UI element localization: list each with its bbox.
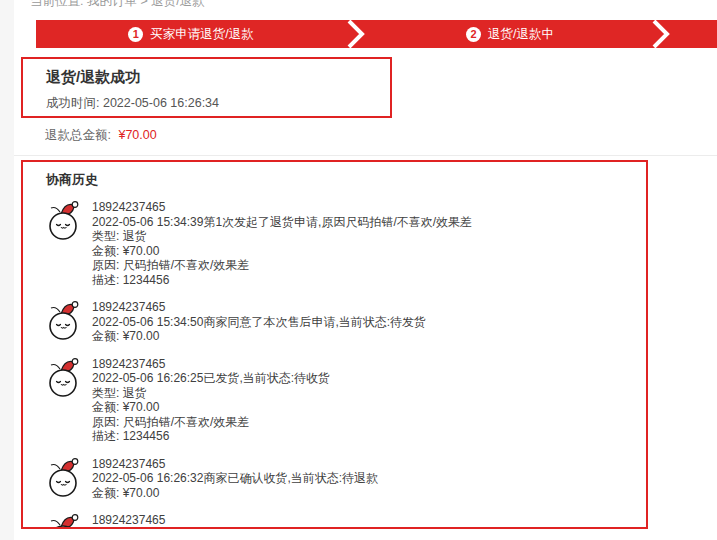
- history-detail-line: 金额: ¥70.00: [92, 486, 378, 501]
- history-item-user: 18924237465: [92, 357, 330, 372]
- history-item-message: 2022-05-06 16:26:32商家已确认收货,当前状态:待退款: [92, 471, 378, 486]
- history-item-text: 18924237465 2022-05-06 16:26:34商家已退款 金额:…: [92, 513, 263, 529]
- history-detail-line: 原因: 尺码拍错/不喜欢/效果差: [92, 415, 330, 430]
- history-detail-line: 原因: 尺码拍错/不喜欢/效果差: [92, 258, 472, 273]
- history-item-user: 18924237465: [92, 300, 426, 315]
- history-item-text: 18924237465 2022-05-06 16:26:25已发货,当前状态:…: [92, 357, 330, 444]
- negotiation-history-title: 协商历史: [46, 171, 623, 189]
- history-detail-line: 金额: ¥70.00: [92, 244, 472, 259]
- history-detail-line: 类型: 退货: [92, 229, 472, 244]
- history-item-user: 18924237465: [92, 457, 378, 472]
- refund-status-title: 退货/退款成功: [46, 68, 367, 87]
- history-list: 18924237465 2022-05-06 15:34:39第1次发起了退货申…: [46, 200, 623, 529]
- history-item: 18924237465 2022-05-06 16:26:32商家已确认收货,当…: [46, 457, 623, 501]
- history-item-text: 18924237465 2022-05-06 15:34:39第1次发起了退货申…: [92, 200, 472, 287]
- step-1-label: 买家申请退货/退款: [150, 26, 253, 43]
- history-item-details: 金额: ¥70.00: [92, 486, 378, 501]
- history-item-user: 18924237465: [92, 513, 263, 528]
- history-item-text: 18924237465 2022-05-06 15:34:50商家同意了本次售后…: [92, 300, 426, 344]
- history-item-details: 类型: 退货金额: ¥70.00原因: 尺码拍错/不喜欢/效果差描述: 1234…: [92, 386, 330, 444]
- santa-hat-face-icon: [46, 513, 82, 529]
- history-item: 18924237465 2022-05-06 15:34:50商家同意了本次售后…: [46, 300, 623, 344]
- history-item-details: 类型: 退货金额: ¥70.00原因: 尺码拍错/不喜欢/效果差描述: 1234…: [92, 229, 472, 287]
- history-detail-line: 描述: 1234456: [92, 429, 330, 444]
- history-item-text: 18924237465 2022-05-06 16:26:32商家已确认收货,当…: [92, 457, 378, 501]
- stepper-step-1: 1 买家申请退货/退款: [36, 20, 346, 48]
- negotiation-history-box: 协商历史 18924237465 2022-05-06 15:34:39第1次发…: [21, 160, 648, 529]
- refund-total-amount: ¥70.00: [118, 128, 156, 142]
- history-detail-line: 金额: ¥70.00: [92, 329, 426, 344]
- step-1-number-badge: 1: [128, 27, 143, 42]
- santa-hat-face-icon: [46, 357, 82, 399]
- history-detail-line: 描述: 1234456: [92, 273, 472, 288]
- santa-hat-face-icon: [46, 457, 82, 499]
- history-item-message: 2022-05-06 15:34:50商家同意了本次售后申请,当前状态:待发货: [92, 315, 426, 330]
- santa-hat-face-icon: [46, 200, 82, 242]
- breadcrumb[interactable]: 当前位置: 我的订单 > 退货/退款: [30, 0, 205, 10]
- left-gutter: [0, 0, 14, 540]
- stepper-step-2: 2 退货/退款中: [366, 20, 654, 48]
- refund-success-time: 成功时间: 2022-05-06 16:26:34: [46, 95, 367, 112]
- history-item: 18924237465 2022-05-06 16:26:25已发货,当前状态:…: [46, 357, 623, 444]
- refund-status-box: 退货/退款成功 成功时间: 2022-05-06 16:26:34: [21, 57, 392, 118]
- refund-total-row: 退款总金额: ¥70.00: [45, 127, 157, 144]
- refund-progress-stepper: 1 买家申请退货/退款 2 退货/退款中: [36, 20, 717, 48]
- history-item-message: 2022-05-06 15:34:39第1次发起了退货申请,原因尺码拍错/不喜欢…: [92, 215, 472, 230]
- stepper-chevron-icon: [347, 20, 366, 48]
- history-item-message: 2022-05-06 16:26:25已发货,当前状态:待收货: [92, 371, 330, 386]
- step-2-label: 退货/退款中: [488, 26, 554, 43]
- refund-total-label: 退款总金额:: [45, 128, 111, 142]
- stepper-chevron-icon: [652, 20, 671, 48]
- history-item-details: 金额: ¥70.00: [92, 329, 426, 344]
- history-item: 18924237465 2022-05-06 15:34:39第1次发起了退货申…: [46, 200, 623, 287]
- history-item-message: 2022-05-06 16:26:34商家已退款: [92, 528, 263, 530]
- history-detail-line: 金额: ¥70.00: [92, 400, 330, 415]
- history-item: 18924237465 2022-05-06 16:26:34商家已退款 金额:…: [46, 513, 623, 529]
- history-detail-line: 类型: 退货: [92, 386, 330, 401]
- history-item-user: 18924237465: [92, 200, 472, 215]
- santa-hat-face-icon: [46, 300, 82, 342]
- step-2-number-badge: 2: [466, 27, 481, 42]
- section-divider: [14, 155, 717, 156]
